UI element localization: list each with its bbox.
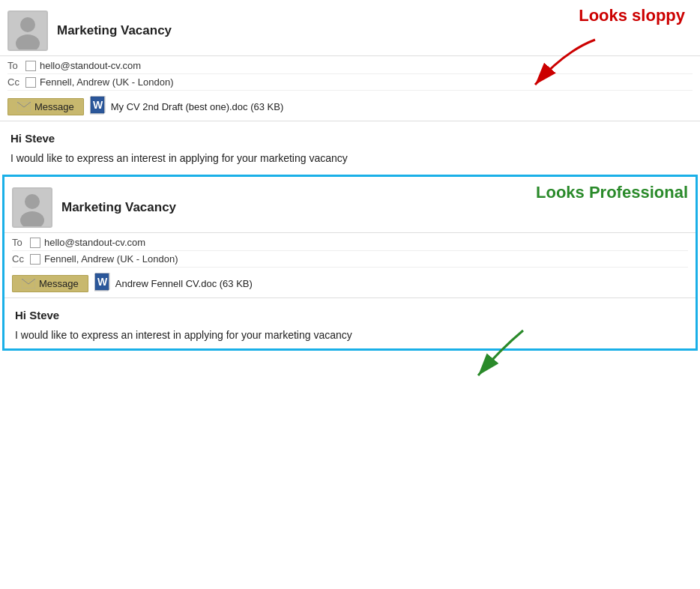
bottom-email-block: Looks Professional Marketing Vacancy xyxy=(2,175,698,351)
svg-text:W: W xyxy=(97,276,108,288)
professional-annotation: Looks Professional xyxy=(536,183,688,202)
bottom-greeting: Hi Steve xyxy=(15,309,685,321)
sloppy-annotation: Looks sloppy xyxy=(579,6,685,25)
bottom-cc-row: Cc Fennell, Andrew (UK - London) xyxy=(12,251,688,268)
top-message-button[interactable]: Message xyxy=(7,98,84,115)
top-body-text: I would like to express an interest in a… xyxy=(10,152,690,164)
top-cc-checkbox[interactable] xyxy=(25,77,36,88)
top-to-value: hello@standout-cv.com xyxy=(40,60,141,71)
bottom-to-checkbox[interactable] xyxy=(30,238,40,248)
top-to-label: To xyxy=(7,60,25,71)
top-cc-value: Fennell, Andrew (UK - London) xyxy=(40,76,173,88)
bottom-email-fields: To hello@standout-cv.com Cc Fennell, And… xyxy=(4,232,696,269)
svg-text:W: W xyxy=(93,99,103,111)
top-word-icon: W xyxy=(90,96,108,117)
bottom-to-label: To xyxy=(12,237,30,248)
page-wrapper: Looks sloppy Marketing Vacancy xyxy=(0,0,700,351)
top-cc-label: Cc xyxy=(7,76,25,88)
bottom-cc-checkbox[interactable] xyxy=(30,254,40,265)
bottom-attachments-row: Message W Andrew Fennell CV.doc (63 KB) xyxy=(4,269,696,298)
svg-point-11 xyxy=(25,194,40,209)
top-attachment[interactable]: W My CV 2nd Draft (best one).doc (63 KB) xyxy=(90,96,283,117)
avatar-silhouette xyxy=(9,12,46,49)
top-attachments-row: Message W My CV 2nd Draft (best one).doc… xyxy=(0,92,700,121)
top-greeting: Hi Steve xyxy=(10,132,690,145)
bottom-attachment[interactable]: W Andrew Fennell CV.doc (63 KB) xyxy=(94,273,253,294)
svg-point-2 xyxy=(20,17,35,32)
bottom-avatar xyxy=(12,187,52,228)
top-email-title: Marketing Vacancy xyxy=(57,23,172,38)
top-email-block: Looks sloppy Marketing Vacancy xyxy=(0,0,700,172)
top-message-label: Message xyxy=(34,101,74,112)
top-to-checkbox[interactable] xyxy=(25,61,36,71)
bottom-email-title: Marketing Vacancy xyxy=(61,200,176,215)
bottom-to-value: hello@standout-cv.com xyxy=(44,237,145,248)
top-avatar xyxy=(7,10,48,51)
bottom-email-body: Hi Steve I would like to express an inte… xyxy=(4,298,696,348)
bottom-avatar-silhouette xyxy=(13,189,51,226)
bottom-word-icon: W xyxy=(94,273,112,294)
top-attachment-name: My CV 2nd Draft (best one).doc (63 KB) xyxy=(111,101,283,112)
bottom-message-button[interactable]: Message xyxy=(12,275,88,292)
bottom-cc-value: Fennell, Andrew (UK - London) xyxy=(44,253,178,265)
sloppy-arrow xyxy=(520,36,610,96)
bottom-body-text: I would like to express an interest in a… xyxy=(15,329,685,341)
bottom-to-row: To hello@standout-cv.com xyxy=(12,235,688,251)
top-email-body: Hi Steve I would like to express an inte… xyxy=(0,121,700,172)
bottom-attachment-name: Andrew Fennell CV.doc (63 KB) xyxy=(115,278,253,289)
bottom-message-label: Message xyxy=(39,278,79,289)
envelope-icon xyxy=(17,102,31,112)
professional-arrow xyxy=(456,327,546,387)
bottom-cc-label: Cc xyxy=(12,253,30,265)
bottom-envelope-icon xyxy=(22,279,35,289)
